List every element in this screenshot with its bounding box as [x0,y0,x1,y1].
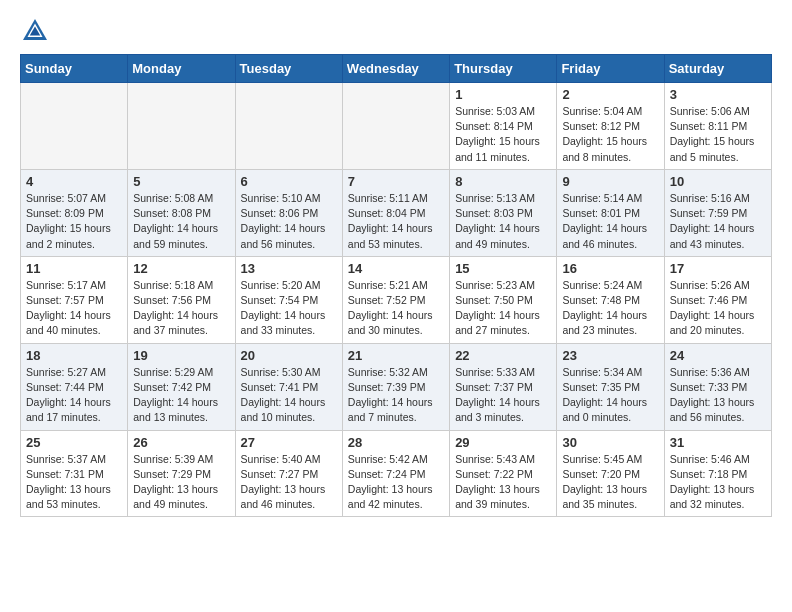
day-info: Sunrise: 5:29 AMSunset: 7:42 PMDaylight:… [133,365,229,426]
week-row-2: 4Sunrise: 5:07 AMSunset: 8:09 PMDaylight… [21,169,772,256]
day-info: Sunrise: 5:06 AMSunset: 8:11 PMDaylight:… [670,104,766,165]
day-info: Sunrise: 5:34 AMSunset: 7:35 PMDaylight:… [562,365,658,426]
calendar-cell: 5Sunrise: 5:08 AMSunset: 8:08 PMDaylight… [128,169,235,256]
day-info: Sunrise: 5:26 AMSunset: 7:46 PMDaylight:… [670,278,766,339]
calendar-cell: 31Sunrise: 5:46 AMSunset: 7:18 PMDayligh… [664,430,771,517]
day-number: 2 [562,87,658,102]
week-row-3: 11Sunrise: 5:17 AMSunset: 7:57 PMDayligh… [21,256,772,343]
calendar-cell: 2Sunrise: 5:04 AMSunset: 8:12 PMDaylight… [557,83,664,170]
calendar-cell: 6Sunrise: 5:10 AMSunset: 8:06 PMDaylight… [235,169,342,256]
week-row-5: 25Sunrise: 5:37 AMSunset: 7:31 PMDayligh… [21,430,772,517]
weekday-header-tuesday: Tuesday [235,55,342,83]
day-number: 18 [26,348,122,363]
day-number: 23 [562,348,658,363]
day-info: Sunrise: 5:21 AMSunset: 7:52 PMDaylight:… [348,278,444,339]
weekday-header-sunday: Sunday [21,55,128,83]
day-number: 13 [241,261,337,276]
calendar-cell: 16Sunrise: 5:24 AMSunset: 7:48 PMDayligh… [557,256,664,343]
day-number: 29 [455,435,551,450]
day-info: Sunrise: 5:37 AMSunset: 7:31 PMDaylight:… [26,452,122,513]
day-info: Sunrise: 5:10 AMSunset: 8:06 PMDaylight:… [241,191,337,252]
day-info: Sunrise: 5:43 AMSunset: 7:22 PMDaylight:… [455,452,551,513]
calendar-cell: 17Sunrise: 5:26 AMSunset: 7:46 PMDayligh… [664,256,771,343]
day-info: Sunrise: 5:39 AMSunset: 7:29 PMDaylight:… [133,452,229,513]
calendar-cell: 1Sunrise: 5:03 AMSunset: 8:14 PMDaylight… [450,83,557,170]
calendar-cell: 29Sunrise: 5:43 AMSunset: 7:22 PMDayligh… [450,430,557,517]
weekday-header-thursday: Thursday [450,55,557,83]
calendar-cell: 21Sunrise: 5:32 AMSunset: 7:39 PMDayligh… [342,343,449,430]
day-number: 21 [348,348,444,363]
day-info: Sunrise: 5:32 AMSunset: 7:39 PMDaylight:… [348,365,444,426]
day-number: 9 [562,174,658,189]
weekday-header-wednesday: Wednesday [342,55,449,83]
calendar-cell: 27Sunrise: 5:40 AMSunset: 7:27 PMDayligh… [235,430,342,517]
day-info: Sunrise: 5:20 AMSunset: 7:54 PMDaylight:… [241,278,337,339]
calendar-cell: 18Sunrise: 5:27 AMSunset: 7:44 PMDayligh… [21,343,128,430]
calendar-cell: 7Sunrise: 5:11 AMSunset: 8:04 PMDaylight… [342,169,449,256]
day-number: 12 [133,261,229,276]
calendar-cell [128,83,235,170]
day-info: Sunrise: 5:40 AMSunset: 7:27 PMDaylight:… [241,452,337,513]
calendar-cell: 30Sunrise: 5:45 AMSunset: 7:20 PMDayligh… [557,430,664,517]
calendar: SundayMondayTuesdayWednesdayThursdayFrid… [20,54,772,517]
day-number: 5 [133,174,229,189]
day-info: Sunrise: 5:27 AMSunset: 7:44 PMDaylight:… [26,365,122,426]
day-info: Sunrise: 5:03 AMSunset: 8:14 PMDaylight:… [455,104,551,165]
weekday-header-row: SundayMondayTuesdayWednesdayThursdayFrid… [21,55,772,83]
week-row-1: 1Sunrise: 5:03 AMSunset: 8:14 PMDaylight… [21,83,772,170]
calendar-cell: 25Sunrise: 5:37 AMSunset: 7:31 PMDayligh… [21,430,128,517]
calendar-cell: 22Sunrise: 5:33 AMSunset: 7:37 PMDayligh… [450,343,557,430]
calendar-cell: 11Sunrise: 5:17 AMSunset: 7:57 PMDayligh… [21,256,128,343]
day-number: 1 [455,87,551,102]
day-info: Sunrise: 5:11 AMSunset: 8:04 PMDaylight:… [348,191,444,252]
weekday-header-saturday: Saturday [664,55,771,83]
day-number: 17 [670,261,766,276]
day-info: Sunrise: 5:04 AMSunset: 8:12 PMDaylight:… [562,104,658,165]
day-info: Sunrise: 5:18 AMSunset: 7:56 PMDaylight:… [133,278,229,339]
day-number: 14 [348,261,444,276]
calendar-cell [342,83,449,170]
day-number: 7 [348,174,444,189]
day-number: 10 [670,174,766,189]
day-number: 8 [455,174,551,189]
calendar-cell [21,83,128,170]
day-number: 22 [455,348,551,363]
day-info: Sunrise: 5:42 AMSunset: 7:24 PMDaylight:… [348,452,444,513]
calendar-cell: 14Sunrise: 5:21 AMSunset: 7:52 PMDayligh… [342,256,449,343]
weekday-header-monday: Monday [128,55,235,83]
day-number: 3 [670,87,766,102]
calendar-cell: 19Sunrise: 5:29 AMSunset: 7:42 PMDayligh… [128,343,235,430]
calendar-cell: 13Sunrise: 5:20 AMSunset: 7:54 PMDayligh… [235,256,342,343]
day-number: 26 [133,435,229,450]
day-info: Sunrise: 5:17 AMSunset: 7:57 PMDaylight:… [26,278,122,339]
calendar-cell: 28Sunrise: 5:42 AMSunset: 7:24 PMDayligh… [342,430,449,517]
calendar-cell [235,83,342,170]
day-number: 20 [241,348,337,363]
calendar-cell: 4Sunrise: 5:07 AMSunset: 8:09 PMDaylight… [21,169,128,256]
day-info: Sunrise: 5:13 AMSunset: 8:03 PMDaylight:… [455,191,551,252]
day-info: Sunrise: 5:08 AMSunset: 8:08 PMDaylight:… [133,191,229,252]
day-info: Sunrise: 5:33 AMSunset: 7:37 PMDaylight:… [455,365,551,426]
day-info: Sunrise: 5:36 AMSunset: 7:33 PMDaylight:… [670,365,766,426]
day-number: 31 [670,435,766,450]
day-info: Sunrise: 5:24 AMSunset: 7:48 PMDaylight:… [562,278,658,339]
day-number: 15 [455,261,551,276]
week-row-4: 18Sunrise: 5:27 AMSunset: 7:44 PMDayligh… [21,343,772,430]
logo [20,16,54,46]
day-info: Sunrise: 5:45 AMSunset: 7:20 PMDaylight:… [562,452,658,513]
day-number: 28 [348,435,444,450]
calendar-cell: 15Sunrise: 5:23 AMSunset: 7:50 PMDayligh… [450,256,557,343]
weekday-header-friday: Friday [557,55,664,83]
day-number: 4 [26,174,122,189]
calendar-cell: 10Sunrise: 5:16 AMSunset: 7:59 PMDayligh… [664,169,771,256]
calendar-cell: 20Sunrise: 5:30 AMSunset: 7:41 PMDayligh… [235,343,342,430]
day-info: Sunrise: 5:23 AMSunset: 7:50 PMDaylight:… [455,278,551,339]
day-info: Sunrise: 5:30 AMSunset: 7:41 PMDaylight:… [241,365,337,426]
calendar-cell: 8Sunrise: 5:13 AMSunset: 8:03 PMDaylight… [450,169,557,256]
calendar-cell: 23Sunrise: 5:34 AMSunset: 7:35 PMDayligh… [557,343,664,430]
calendar-cell: 3Sunrise: 5:06 AMSunset: 8:11 PMDaylight… [664,83,771,170]
day-info: Sunrise: 5:16 AMSunset: 7:59 PMDaylight:… [670,191,766,252]
day-info: Sunrise: 5:46 AMSunset: 7:18 PMDaylight:… [670,452,766,513]
day-info: Sunrise: 5:07 AMSunset: 8:09 PMDaylight:… [26,191,122,252]
calendar-cell: 9Sunrise: 5:14 AMSunset: 8:01 PMDaylight… [557,169,664,256]
